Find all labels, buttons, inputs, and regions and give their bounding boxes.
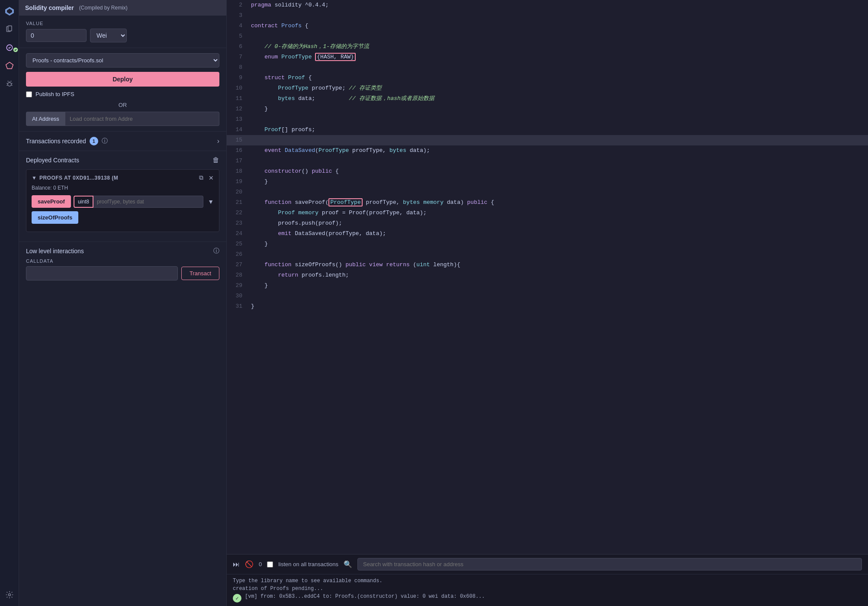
code-line: 9 struct Proof { — [227, 73, 868, 83]
code-line: 18 constructor() public { — [227, 166, 868, 177]
deploy-section: Proofs - contracts/Proofs.sol Deploy Pub… — [19, 48, 226, 132]
code-line: 26 — [227, 249, 868, 260]
left-panel: Solidity compiler (Compiled by Remix) VA… — [19, 0, 227, 606]
deploy-button[interactable]: Deploy — [26, 72, 219, 87]
code-line: 19 } — [227, 177, 868, 187]
bug-icon[interactable] — [2, 76, 17, 92]
compiled-by-tag: (Compiled by Remix) — [79, 5, 128, 11]
code-area: 2 pragma solidity ^0.4.4; 3 4 contract P… — [227, 0, 868, 554]
balance-label: Balance: 0 ETH — [32, 185, 214, 191]
code-line: 27 function sizeOfProofs() public view r… — [227, 260, 868, 270]
deployed-section: Deployed Contracts 🗑 ▼ PROOFS AT 0XD91..… — [19, 151, 226, 242]
svg-marker-6 — [6, 62, 13, 69]
instance-name: PROOFS AT 0XD91...39138 (M — [39, 175, 118, 181]
code-line: 14 Proof[] proofs; — [227, 125, 868, 135]
transactions-section: Transactions recorded 1 ⓘ › — [19, 132, 226, 151]
code-line: 21 function saveProof(ProofType proofTyp… — [227, 197, 868, 208]
unit-select[interactable]: Wei Gwei Finney Ether — [90, 29, 127, 42]
calldata-label: CALLDATA — [26, 258, 219, 264]
value-section: VALUE Wei Gwei Finney Ether — [19, 16, 226, 48]
console-line-1: Type the library name to see available c… — [233, 578, 862, 584]
info-icon[interactable]: ⓘ — [102, 137, 108, 145]
contract-instance: ▼ PROOFS AT 0XD91...39138 (M ⧉ ✕ Balance… — [26, 169, 219, 232]
files-icon[interactable] — [2, 22, 17, 37]
value-label: VALUE — [26, 21, 219, 26]
listen-checkbox[interactable] — [267, 561, 273, 567]
code-line: 11 bytes data; // 存证数据，hash或者原始数据 — [227, 93, 868, 104]
code-line: 28 return proofs.length; — [227, 270, 868, 280]
code-line: 8 — [227, 62, 868, 73]
code-line: 31 } — [227, 301, 868, 312]
code-line: 25 } — [227, 239, 868, 249]
svg-point-7 — [7, 83, 11, 86]
icon-bar — [0, 0, 19, 606]
settings-icon[interactable] — [2, 587, 17, 603]
publish-ipfs-label: Publish to IPFS — [35, 91, 74, 97]
search-icon[interactable]: 🔍 — [344, 560, 352, 568]
code-line: 5 — [227, 31, 868, 42]
diamond-icon[interactable] — [2, 58, 17, 74]
console-vm-log: ✓ [vm] from: 0x5B3...eddC4 to: Proofs.(c… — [233, 593, 862, 603]
no-listen-icon[interactable]: 🚫 — [245, 560, 254, 568]
save-proof-button[interactable]: saveProof — [32, 195, 71, 208]
compiler-title: Solidity compiler — [25, 4, 74, 11]
transactions-badge: 1 — [90, 137, 98, 145]
code-line: 12 } — [227, 104, 868, 114]
transactions-label: Transactions recorded — [26, 138, 86, 145]
at-address-input[interactable] — [65, 112, 219, 126]
logo-icon — [2, 3, 17, 19]
trash-icon[interactable]: 🗑 — [212, 156, 219, 164]
code-line: 17 — [227, 156, 868, 166]
value-input[interactable] — [26, 29, 87, 42]
low-level-section: Low level interactions ⓘ CALLDATA Transa… — [19, 242, 226, 286]
skip-icon[interactable]: ⏭ — [233, 561, 240, 568]
fn-type-tag: uint8 — [74, 196, 93, 208]
vm-log-text: [vm] from: 0x5B3...eddC4 to: Proofs.(con… — [245, 593, 485, 600]
code-line: 29 } — [227, 280, 868, 291]
contract-select[interactable]: Proofs - contracts/Proofs.sol — [26, 53, 219, 68]
or-divider: OR — [26, 102, 219, 108]
tx-search-input[interactable] — [357, 558, 862, 571]
deployed-contracts-title: Deployed Contracts — [26, 157, 79, 164]
fn-params-input[interactable] — [93, 196, 203, 208]
code-line: 2 pragma solidity ^0.4.4; — [227, 0, 868, 10]
instance-chevron-icon[interactable]: ▼ — [32, 175, 37, 181]
code-line: 3 — [227, 10, 868, 21]
code-line: 23 proofs.push(proof); — [227, 218, 868, 229]
success-check-icon: ✓ — [233, 594, 241, 603]
low-level-title: Low level interactions — [26, 248, 84, 255]
code-line: 6 // 0-存储的为Hash，1-存储的为字节流 — [227, 42, 868, 52]
at-address-button[interactable]: At Address — [26, 112, 65, 126]
transact-button[interactable]: Transact — [181, 267, 219, 280]
fn-expand-icon[interactable]: ▼ — [208, 198, 214, 205]
arrow-right-icon[interactable]: › — [217, 137, 219, 145]
size-of-proofs-button[interactable]: sizeOfProofs — [32, 211, 78, 224]
calldata-input[interactable] — [26, 266, 178, 280]
compiler-icon[interactable] — [2, 40, 17, 55]
code-line: 4 contract Proofs { — [227, 21, 868, 31]
code-line: 30 — [227, 291, 868, 301]
code-line: 7 enum ProofType {HASH, RAW} — [227, 52, 868, 62]
code-line: 22 Proof memory proof = Proof(proofType,… — [227, 208, 868, 218]
tx-count: 0 — [259, 561, 262, 567]
close-icon[interactable]: ✕ — [209, 174, 214, 181]
svg-rect-3 — [8, 26, 11, 31]
code-line: 24 emit DataSaved(proofType, data); — [227, 229, 868, 239]
publish-ipfs-checkbox[interactable] — [26, 91, 32, 97]
listen-label: listen on all transactions — [278, 561, 338, 567]
code-line: 20 — [227, 187, 868, 197]
code-line-15: 15 — [227, 135, 868, 145]
code-line: 16 event DataSaved(ProofType proofType, … — [227, 145, 868, 156]
svg-point-8 — [8, 594, 10, 596]
low-level-info-icon[interactable]: ⓘ — [213, 247, 219, 255]
compiler-header: Solidity compiler (Compiled by Remix) — [19, 0, 226, 16]
console-line-2: creation of Proofs pending... — [233, 586, 862, 592]
right-panel: 2 pragma solidity ^0.4.4; 3 4 contract P… — [227, 0, 868, 606]
copy-icon[interactable]: ⧉ — [199, 174, 203, 181]
bottom-bar: ⏭ 🚫 0 listen on all transactions 🔍 — [227, 554, 868, 574]
console-area: Type the library name to see available c… — [227, 574, 868, 606]
code-line: 13 — [227, 114, 868, 125]
code-line: 10 ProofType proofType; // 存证类型 — [227, 83, 868, 93]
